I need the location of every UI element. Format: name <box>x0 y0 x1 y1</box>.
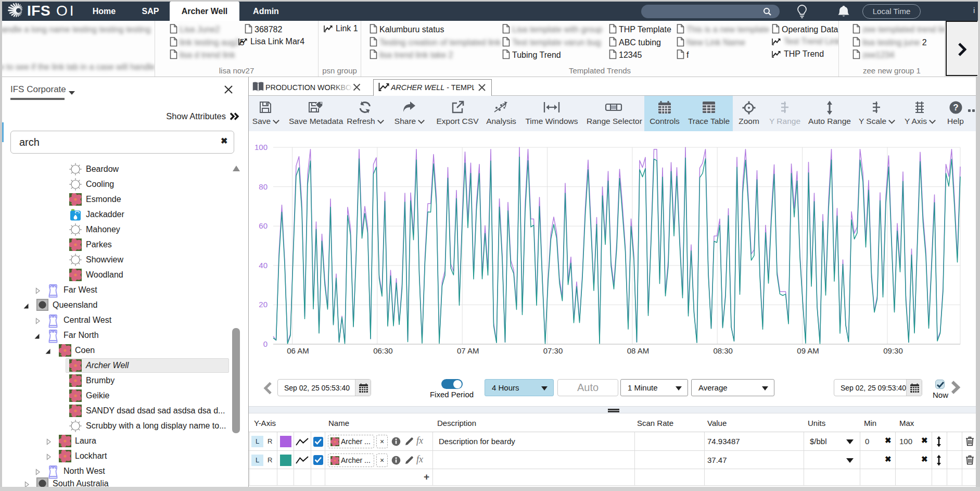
svg-text:06 AM: 06 AM <box>287 346 309 355</box>
svg-text:100: 100 <box>254 143 268 152</box>
svg-text:08 AM: 08 AM <box>627 346 650 355</box>
svg-text:40: 40 <box>259 261 268 270</box>
svg-text:20: 20 <box>259 300 268 309</box>
svg-text:06:30: 06:30 <box>373 346 393 355</box>
svg-text:0: 0 <box>263 339 268 348</box>
svg-text:60: 60 <box>259 221 268 230</box>
svg-text:07 AM: 07 AM <box>457 346 479 355</box>
svg-text:09 AM: 09 AM <box>797 346 819 355</box>
svg-text:08:30: 08:30 <box>713 346 733 355</box>
svg-text:09:30: 09:30 <box>883 346 903 355</box>
svg-text:80: 80 <box>259 182 268 191</box>
svg-text:07:30: 07:30 <box>543 346 563 355</box>
svg-text:?: ? <box>953 103 958 112</box>
